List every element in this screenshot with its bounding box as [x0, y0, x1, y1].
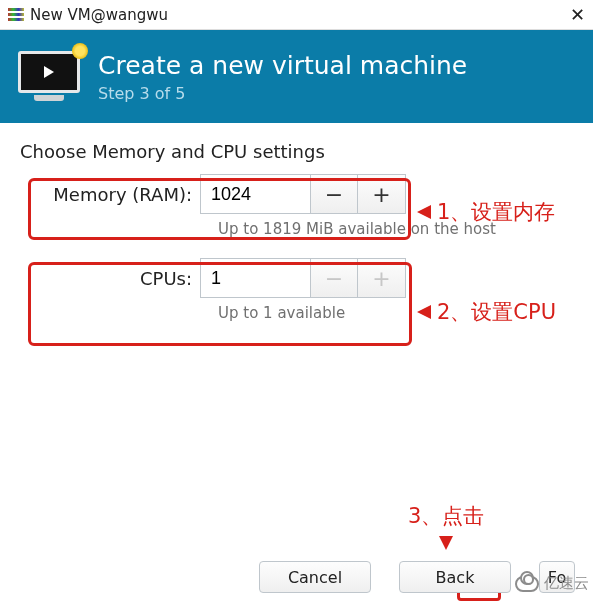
- back-button[interactable]: Back: [399, 561, 511, 593]
- memory-spinner: − +: [200, 174, 406, 214]
- memory-increment-button[interactable]: +: [358, 174, 406, 214]
- memory-label: Memory (RAM):: [20, 184, 200, 205]
- memory-decrement-button[interactable]: −: [310, 174, 358, 214]
- cancel-button-label: Cancel: [288, 568, 342, 587]
- cpus-input[interactable]: [200, 258, 310, 298]
- wizard-content: Choose Memory and CPU settings Memory (R…: [0, 123, 593, 360]
- close-icon[interactable]: ✕: [570, 4, 585, 25]
- back-button-label: Back: [436, 568, 475, 587]
- titlebar: New VM@wangwu ✕: [0, 0, 593, 30]
- forward-button[interactable]: Fo: [539, 561, 575, 593]
- wizard-footer: Cancel Back Fo: [0, 557, 593, 607]
- memory-row: Memory (RAM): − +: [20, 174, 573, 214]
- annotation-3-text: 3、点击: [408, 502, 484, 530]
- window-title: New VM@wangwu: [30, 6, 168, 24]
- wizard-step: Step 3 of 5: [98, 84, 467, 103]
- prompt-label: Choose Memory and CPU settings: [20, 141, 573, 162]
- cpus-spinner: − +: [200, 258, 406, 298]
- wizard-header: Create a new virtual machine Step 3 of 5: [0, 30, 593, 123]
- memory-hint: Up to 1819 MiB available on the host: [218, 220, 573, 238]
- vm-app-icon: [8, 7, 24, 23]
- cpus-increment-button[interactable]: +: [358, 258, 406, 298]
- memory-input[interactable]: [200, 174, 310, 214]
- cpus-hint: Up to 1 available: [218, 304, 573, 322]
- cancel-button[interactable]: Cancel: [259, 561, 371, 593]
- forward-button-label: Fo: [548, 568, 566, 587]
- cpus-decrement-button[interactable]: −: [310, 258, 358, 298]
- cpus-label: CPUs:: [20, 268, 200, 289]
- wizard-title: Create a new virtual machine: [98, 51, 467, 80]
- annotation-3: 3、点击: [408, 502, 484, 550]
- monitor-icon: [18, 51, 80, 103]
- cpus-row: CPUs: − +: [20, 258, 573, 298]
